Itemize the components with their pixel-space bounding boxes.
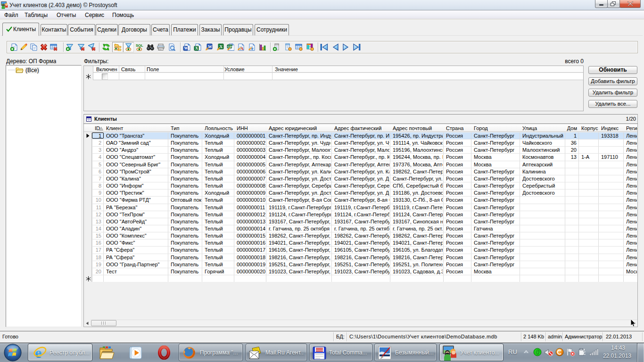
svg-text:X: X [195, 46, 198, 50]
svg-text:e: e [251, 46, 254, 51]
svg-text:W: W [208, 44, 212, 49]
svg-text:W: W [184, 46, 189, 50]
svg-text:SQL: SQL [136, 43, 143, 48]
svg-text:@: @ [535, 349, 540, 354]
svg-text:X: X [220, 44, 223, 49]
svg-text:A: A [240, 46, 244, 51]
